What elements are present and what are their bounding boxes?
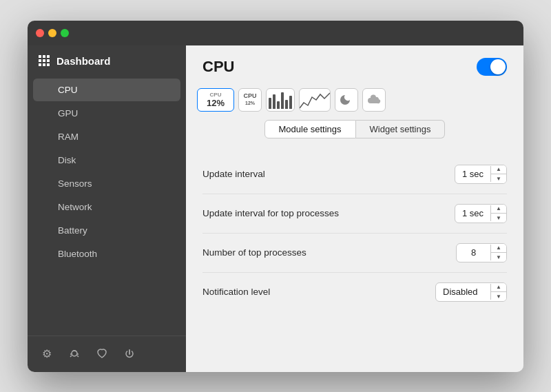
sidebar-nav: CPU GPU RAM Disk Sensors Network Battery… bbox=[28, 75, 186, 336]
num-processes-arrows: ▲ ▼ bbox=[491, 244, 506, 262]
widget-mini-content: CPU12% bbox=[239, 89, 261, 111]
power-icon[interactable] bbox=[118, 343, 141, 365]
notification-level-down[interactable]: ▼ bbox=[491, 292, 506, 301]
app-window: Dashboard CPU GPU RAM Disk Sensors Netwo… bbox=[28, 21, 523, 372]
sidebar-item-gpu[interactable]: GPU bbox=[33, 102, 180, 125]
update-interval-arrows: ▲ ▼ bbox=[491, 165, 506, 183]
bar-4 bbox=[281, 92, 284, 108]
main-content: CPU CPU 12% CPU12% bbox=[186, 45, 523, 372]
widget-graph-content bbox=[300, 89, 330, 111]
update-interval-processes-value: 1 sec bbox=[455, 205, 491, 221]
update-interval-value: 1 sec bbox=[455, 166, 491, 182]
widget-preview-bar[interactable] bbox=[266, 88, 295, 112]
setting-notification-level: Notification level Disabled ▲ ▼ bbox=[202, 273, 507, 311]
traffic-lights bbox=[36, 29, 69, 37]
bar-5 bbox=[285, 100, 288, 109]
widget-cpu-label: CPU bbox=[210, 92, 222, 98]
notification-level-arrows: ▲ ▼ bbox=[491, 283, 506, 301]
settings-icon[interactable]: ⚙ bbox=[36, 343, 58, 365]
notification-level-control: Disabled ▲ ▼ bbox=[435, 282, 507, 302]
moon-icon bbox=[340, 93, 353, 107]
settings-tabs: Module settings Widget settings bbox=[186, 120, 523, 147]
module-toggle[interactable] bbox=[477, 58, 507, 76]
widget-preview-text[interactable]: CPU 12% bbox=[197, 88, 234, 112]
widget-moon-content bbox=[335, 89, 357, 111]
update-interval-processes-up[interactable]: ▲ bbox=[491, 205, 506, 214]
widget-preview-icon1[interactable] bbox=[335, 88, 358, 112]
update-interval-down[interactable]: ▼ bbox=[491, 174, 506, 183]
tab-module-settings[interactable]: Module settings bbox=[264, 120, 356, 138]
update-interval-processes-down[interactable]: ▼ bbox=[491, 214, 506, 223]
sidebar-item-network[interactable]: Network bbox=[33, 196, 180, 218]
sidebar-header: Dashboard bbox=[28, 45, 186, 75]
sidebar-item-disk[interactable]: Disk bbox=[33, 149, 180, 172]
update-interval-up[interactable]: ▲ bbox=[491, 165, 506, 174]
setting-update-interval-processes: Update interval for top processes 1 sec … bbox=[202, 194, 507, 234]
widget-cloud-content bbox=[363, 89, 385, 111]
heart-icon[interactable] bbox=[91, 343, 113, 365]
bar-6 bbox=[289, 96, 292, 108]
tab-widget-settings[interactable]: Widget settings bbox=[356, 120, 446, 138]
sidebar-item-cpu[interactable]: CPU bbox=[33, 79, 180, 101]
close-button[interactable] bbox=[36, 29, 44, 37]
sidebar-item-bluetooth[interactable]: Bluetooth bbox=[33, 243, 180, 265]
page-title: CPU bbox=[202, 58, 234, 76]
sidebar-item-battery[interactable]: Battery bbox=[33, 219, 180, 242]
update-interval-stepper[interactable]: 1 sec ▲ ▼ bbox=[455, 165, 507, 184]
sidebar-header-label: Dashboard bbox=[56, 55, 110, 67]
notification-level-up[interactable]: ▲ bbox=[491, 283, 506, 292]
bar-3 bbox=[277, 101, 280, 108]
dashboard-icon bbox=[39, 55, 50, 66]
sidebar-item-ram[interactable]: RAM bbox=[33, 125, 180, 148]
settings-panel: Update interval 1 sec ▲ ▼ Update inter bbox=[186, 147, 523, 372]
cloud-icon bbox=[366, 94, 382, 106]
update-interval-processes-arrows: ▲ ▼ bbox=[491, 205, 506, 223]
num-processes-control: 8 ▲ ▼ bbox=[456, 243, 507, 262]
widget-preview-mini[interactable]: CPU12% bbox=[238, 88, 262, 112]
sidebar-footer: ⚙ bbox=[28, 336, 186, 372]
toggle-knob bbox=[490, 59, 506, 74]
setting-num-processes: Number of top processes 8 ▲ ▼ bbox=[202, 234, 507, 273]
setting-num-processes-label: Number of top processes bbox=[202, 247, 306, 258]
notification-level-value: Disabled bbox=[436, 284, 491, 300]
setting-notification-level-label: Notification level bbox=[202, 287, 270, 297]
content-area: Dashboard CPU GPU RAM Disk Sensors Netwo… bbox=[28, 45, 523, 372]
sidebar-item-sensors[interactable]: Sensors bbox=[33, 172, 180, 195]
widget-previews: CPU 12% CPU12% bbox=[186, 84, 523, 120]
setting-update-interval: Update interval 1 sec ▲ ▼ bbox=[202, 155, 507, 194]
update-interval-control: 1 sec ▲ ▼ bbox=[455, 165, 507, 184]
update-interval-processes-stepper[interactable]: 1 sec ▲ ▼ bbox=[455, 204, 507, 223]
widget-text-content: CPU 12% bbox=[198, 89, 233, 111]
bar-2 bbox=[273, 94, 276, 109]
widget-mini-label: CPU12% bbox=[243, 93, 256, 107]
sidebar: Dashboard CPU GPU RAM Disk Sensors Netwo… bbox=[28, 45, 186, 372]
num-processes-down[interactable]: ▼ bbox=[491, 253, 506, 262]
minimize-button[interactable] bbox=[48, 29, 56, 37]
num-processes-value: 8 bbox=[457, 245, 491, 260]
bar-1 bbox=[269, 98, 271, 109]
num-processes-up[interactable]: ▲ bbox=[491, 244, 506, 253]
bug-icon[interactable] bbox=[63, 343, 85, 365]
widget-preview-chart[interactable] bbox=[299, 88, 331, 112]
main-header: CPU bbox=[186, 45, 523, 84]
widget-cpu-value: 12% bbox=[207, 98, 225, 108]
maximize-button[interactable] bbox=[61, 29, 69, 37]
graph-svg bbox=[300, 89, 330, 111]
widget-preview-icon2[interactable] bbox=[362, 88, 386, 112]
setting-update-interval-label: Update interval bbox=[202, 169, 265, 179]
notification-level-select[interactable]: Disabled ▲ ▼ bbox=[435, 282, 507, 302]
num-processes-stepper[interactable]: 8 ▲ ▼ bbox=[456, 243, 507, 262]
widget-bar-content bbox=[267, 89, 294, 111]
titlebar bbox=[28, 21, 523, 45]
update-interval-processes-control: 1 sec ▲ ▼ bbox=[455, 204, 507, 223]
setting-update-interval-processes-label: Update interval for top processes bbox=[202, 208, 339, 218]
